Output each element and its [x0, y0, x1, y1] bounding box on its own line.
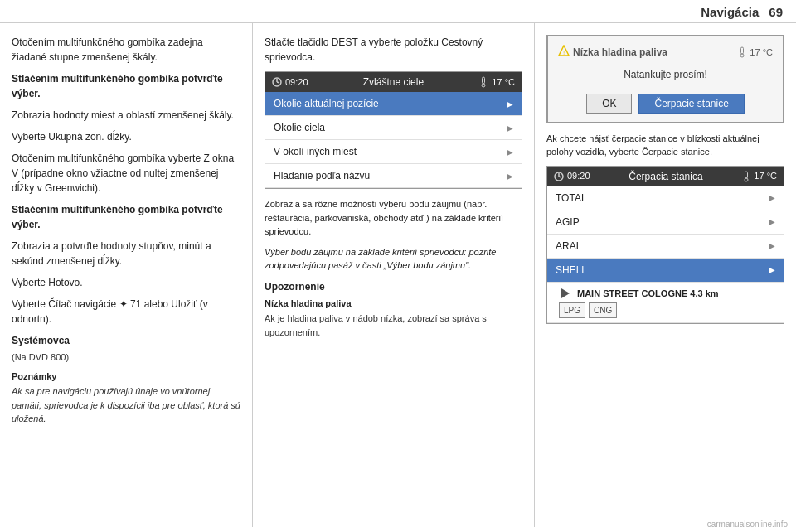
- gas-screen: 09:20 Čerpacia stanica 17 °C TOTAL ▶ AGI…: [546, 166, 784, 325]
- clock-icon: [272, 77, 282, 87]
- footnote-section: Systémovca (Na DVD 800) Poznámky Ak sa p…: [12, 333, 240, 426]
- thermometer-icon-3: [741, 171, 751, 182]
- content-area: Otočením multifunkčného gombíka zadejna …: [0, 23, 796, 527]
- nav-menu-item-4[interactable]: Hladanie podľa názvu ▶: [265, 164, 522, 188]
- gas-screen-header: 09:20 Čerpacia stanica 17 °C: [547, 167, 784, 186]
- footnote-sub: (Na DVD 800): [12, 351, 240, 365]
- svg-marker-14: [561, 288, 570, 298]
- alert-title-area: ! Nízka hladina paliva: [558, 45, 667, 60]
- chevron-right-icon: ▶: [769, 191, 775, 204]
- svg-line-2: [277, 82, 279, 83]
- chevron-right-icon: ▶: [769, 215, 775, 228]
- chevron-right-icon: ▶: [507, 170, 513, 182]
- nav-screen: 09:20 Zvláštne ciele 17 °C Okolie aktuál…: [265, 71, 522, 189]
- cng-badge: CNG: [589, 302, 617, 318]
- nav-menu-item-1[interactable]: Okolie aktuálnej pozície ▶: [265, 92, 522, 116]
- middle-body-text: Zobrazia sa rôzne možnosti výberu bodu z…: [265, 197, 522, 239]
- upozornenie-sub: Nízka hladina paliva: [265, 297, 522, 311]
- chevron-right-icon: ▶: [507, 122, 513, 134]
- svg-point-8: [740, 54, 744, 57]
- para-4: Vyberte Ukupná zon. dĺžky.: [12, 129, 240, 144]
- upozornenie-text: Ak je hladina paliva v nádob nízka, zobr…: [265, 312, 522, 339]
- gas-list-total[interactable]: TOTAL ▶: [547, 186, 784, 210]
- svg-rect-7: [741, 47, 744, 54]
- svg-rect-3: [483, 77, 485, 84]
- alert-box: ! Nízka hladina paliva 17 °C Natankujte …: [546, 35, 784, 123]
- thermometer-icon: [478, 76, 488, 88]
- note-text: Ak sa pre navigáciu používajú únaje vo v…: [12, 384, 240, 426]
- gas-list-aral[interactable]: ARAL ▶: [547, 235, 784, 259]
- page-header: Navigácia 69: [0, 0, 796, 23]
- nav-menu-item-3[interactable]: V okolí iných miest ▶: [265, 140, 522, 164]
- svg-text:!: !: [563, 49, 565, 56]
- gas-time-area: 09:20: [554, 169, 590, 183]
- footer-watermark: carmanualsonline.info: [707, 520, 788, 529]
- gas-detail-info: MAIN STREET COLOGNE 4.3 km: [559, 287, 719, 301]
- gas-temp-area: 17 °C: [741, 169, 777, 183]
- clock-icon-2: [554, 172, 564, 181]
- chevron-right-icon: ▶: [769, 239, 775, 252]
- thermometer-icon-2: [737, 46, 747, 58]
- gas-screen-title: Čerpacia stanica: [590, 169, 742, 184]
- alert-temp: 17 °C: [737, 46, 773, 60]
- gas-detail-row: MAIN STREET COLOGNE 4.3 km: [559, 287, 775, 301]
- lpg-badge: LPG: [559, 302, 585, 318]
- para-6: Stlačením multifunkčného gombíka potvrďt…: [12, 202, 240, 232]
- gas-list-agip[interactable]: AGIP ▶: [547, 210, 784, 235]
- upozornenie: Upozornenie Nízka hladina paliva Ak je h…: [265, 279, 522, 340]
- para-3: Zobrazia hodnoty miest a oblastí zmenšen…: [12, 108, 240, 123]
- nav-screen-header: 09:20 Zvláštne ciele 17 °C: [265, 72, 522, 92]
- middle-bold-text: Výber bodu záujmu na základe kritérií sp…: [265, 245, 522, 273]
- col-middle: Stlačte tlačidlo DEST a vyberte položku …: [253, 23, 535, 527]
- svg-rect-12: [745, 172, 748, 178]
- para-8: Vyberte Hotovo.: [12, 275, 240, 290]
- alert-description: Ak chcete nájsť čerpacie stanice v blízk…: [546, 132, 784, 159]
- nav-temp: 17 °C: [478, 75, 515, 89]
- nav-menu: Okolie aktuálnej pozície ▶ Okolie ciela …: [265, 92, 522, 188]
- svg-point-13: [745, 178, 748, 181]
- nav-time: 09:20: [272, 75, 308, 89]
- ok-button[interactable]: OK: [586, 94, 632, 114]
- para-2: Stlačením multifunkčného gombíka potvrďt…: [12, 71, 240, 101]
- page-title: Navigácia: [701, 5, 759, 19]
- warning-icon: !: [558, 45, 570, 60]
- arrow-icon: [559, 287, 572, 300]
- chevron-right-icon: ▶: [507, 98, 513, 110]
- para-7: Zobrazia a potvrďte hodnoty stupňov, min…: [12, 239, 240, 268]
- page-number: 69: [769, 5, 783, 19]
- note-title: Poznámky: [12, 370, 240, 384]
- gas-badges: LPG CNG: [559, 302, 775, 318]
- nav-menu-item-2[interactable]: Okolie ciela ▶: [265, 116, 522, 140]
- note-area: Poznámky Ak sa pre navigáciu používajú ú…: [12, 370, 240, 426]
- alert-message: Natankujte prosím!: [558, 67, 773, 82]
- svg-point-4: [482, 84, 485, 87]
- chevron-right-icon: ▶: [507, 146, 513, 158]
- chevron-right-icon: ▶: [769, 264, 775, 276]
- upozornenie-title: Upozornenie: [265, 279, 522, 294]
- footnote-title: Systémovca: [12, 333, 240, 348]
- alert-header: ! Nízka hladina paliva 17 °C: [558, 45, 773, 60]
- svg-line-11: [559, 177, 561, 177]
- para-5: Otočením multifunkčného gombíka vyberte …: [12, 151, 240, 196]
- alert-buttons: OK Čerpacie stanice: [558, 94, 773, 114]
- gas-list-shell[interactable]: SHELL ▶: [547, 259, 784, 283]
- gas-detail: MAIN STREET COLOGNE 4.3 km LPG CNG: [547, 283, 784, 324]
- gas-stations-button[interactable]: Čerpacie stanice: [638, 94, 744, 114]
- gas-detail-name: MAIN STREET COLOGNE 4.3 km: [577, 287, 719, 301]
- para-1: Otočením multifunkčného gombíka zadejna …: [12, 35, 240, 65]
- col-left: Otočením multifunkčného gombíka zadejna …: [0, 23, 253, 527]
- col-right: ! Nízka hladina paliva 17 °C Natankujte …: [535, 23, 796, 527]
- nav-screen-title: Zvláštne ciele: [308, 75, 479, 89]
- middle-instruction: Stlačte tlačidlo DEST a vyberte položku …: [265, 35, 522, 65]
- para-9: Vyberte Čítač navigácie ✦ 71 alebo Uloži…: [12, 297, 240, 326]
- alert-title-text: Nízka hladina paliva: [573, 45, 667, 60]
